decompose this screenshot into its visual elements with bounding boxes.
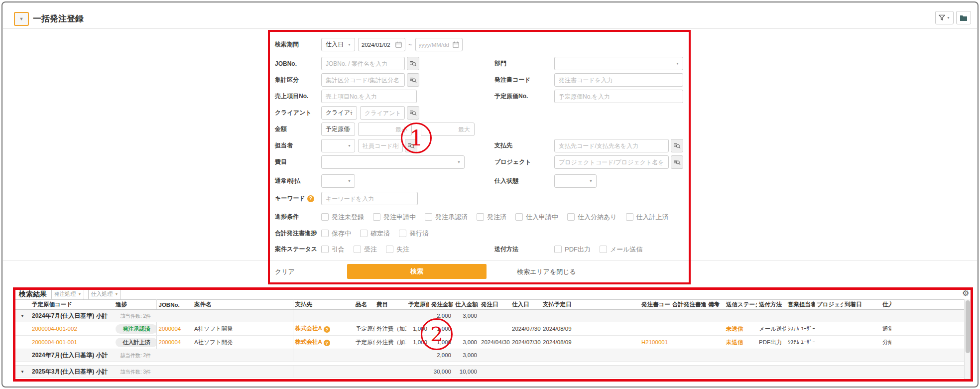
checkbox-order-unregistered[interactable]: 発注未登録 — [321, 213, 364, 222]
payee-cell[interactable]: 株式会社A? — [293, 336, 354, 349]
checkbox-order-approved[interactable]: 発注承認済 — [425, 213, 468, 222]
estimate-no-input[interactable] — [554, 90, 683, 103]
search-button[interactable]: 検索 — [347, 264, 487, 279]
col-send-status[interactable]: 送信ステータス — [724, 300, 757, 310]
checkbox-inquiry[interactable]: 引合 — [321, 245, 345, 254]
sales-item-input[interactable] — [321, 90, 417, 103]
col-project[interactable]: プロジェクト — [815, 300, 843, 310]
help-icon[interactable]: ? — [307, 195, 314, 202]
purchase-state-select[interactable]: ▼ — [554, 174, 597, 188]
col-jobno[interactable]: JOBNo. — [156, 300, 192, 310]
col-po-code[interactable]: 発注書コード — [639, 300, 670, 310]
checkbox-pdf-output[interactable]: PDF出力 — [554, 245, 591, 254]
project-input[interactable] — [554, 155, 669, 169]
vertical-scrollbar[interactable] — [964, 299, 971, 381]
checkbox-order-requested[interactable]: 発注申請中 — [373, 213, 416, 222]
aggregate-input[interactable] — [321, 73, 405, 87]
date-from-input[interactable] — [362, 42, 393, 48]
col-purchase-amount[interactable]: 仕入金額 — [453, 300, 479, 310]
checkbox-purchase-recorded[interactable]: 仕入計上済 — [626, 213, 669, 222]
checkbox-won[interactable]: 受注 — [354, 245, 377, 254]
col-purchase-date[interactable]: 仕入日 — [510, 300, 541, 310]
date-to-input[interactable] — [419, 42, 451, 48]
col-total-po-progress[interactable]: 合計発注書進捗 — [670, 300, 706, 310]
date-to-field[interactable] — [415, 38, 463, 51]
col-case-name[interactable]: 案件名 — [192, 300, 293, 310]
estimate-code-link[interactable]: 2000004-001-001 — [30, 336, 114, 349]
checkbox-issued[interactable]: 発行済 — [399, 229, 429, 238]
col-estimate[interactable]: 予定原価 — [406, 300, 429, 310]
keyword-input[interactable] — [321, 192, 418, 205]
gear-icon[interactable]: ⚙ — [962, 288, 969, 298]
checkbox-purchase-requested[interactable]: 仕入申請中 — [515, 213, 558, 222]
group-label: 2024年7月(仕入日基準) 小計 — [32, 352, 108, 359]
group-order-total: 2,000 — [429, 310, 453, 322]
client-input[interactable] — [360, 106, 405, 120]
list-search-icon — [673, 159, 681, 166]
order-amount-cell: 1,000 — [429, 322, 453, 336]
col-payee[interactable]: 支払先 — [293, 300, 354, 310]
date-from-field[interactable] — [358, 38, 405, 51]
period-type-select[interactable]: 仕入日▼ — [321, 38, 355, 51]
help-icon[interactable]: ? — [324, 340, 330, 346]
col-expense[interactable]: 費目 — [374, 300, 406, 310]
project-lookup-button[interactable] — [671, 155, 683, 169]
col-payment-date[interactable]: 支払予定日 — [541, 300, 639, 310]
collapse-group-icon[interactable]: ▼ — [15, 310, 30, 322]
staff-input[interactable] — [358, 139, 403, 152]
po-code-input[interactable] — [554, 73, 683, 87]
calendar-icon[interactable] — [453, 41, 459, 48]
filter-button[interactable]: ▼ — [935, 11, 954, 24]
col-order-date[interactable]: 発注日 — [479, 300, 510, 310]
checkbox-purchase-partial[interactable]: 仕入分納あり — [567, 213, 617, 222]
jobno-link[interactable]: 2000004 — [156, 322, 192, 336]
amount-max-input[interactable] — [421, 123, 475, 136]
amount-type-select[interactable]: 予定原価▼ — [321, 123, 355, 136]
jobno-lookup-button[interactable] — [407, 57, 419, 70]
collapse-header-button[interactable]: ▼ — [14, 12, 29, 26]
order-process-button[interactable]: 発注処理▼ — [51, 288, 84, 300]
chevron-down-icon: ▼ — [676, 62, 679, 65]
item-cell: 予定原価 — [354, 322, 374, 336]
checkbox-saved[interactable]: 保存中 — [321, 229, 351, 238]
estimate-code-link[interactable]: 2000004-001-002 — [30, 322, 114, 336]
po-code-cell[interactable]: H2100001 — [639, 336, 670, 349]
expense-select[interactable]: ▼ — [321, 155, 465, 169]
col-item[interactable]: 品名 — [354, 300, 374, 310]
calendar-icon[interactable] — [395, 41, 402, 48]
checkbox-confirmed[interactable]: 確定済 — [360, 229, 390, 238]
staff-type-select[interactable]: ▼ — [321, 139, 355, 152]
col-purchase-category[interactable]: 仕入 — [880, 300, 891, 310]
checkbox-ordered[interactable]: 発注済 — [477, 213, 506, 222]
collapse-group-icon[interactable]: ▼ — [15, 366, 30, 378]
payee-input[interactable] — [554, 139, 669, 152]
normal-special-select[interactable]: ▼ — [321, 174, 355, 188]
staff-lookup-button[interactable] — [405, 139, 417, 152]
checkbox-mail-send[interactable]: メール送信 — [600, 245, 643, 254]
payee-cell[interactable]: 株式会社A? — [293, 322, 354, 336]
jobno-input[interactable] — [321, 57, 405, 70]
col-progress[interactable]: 進捗 — [114, 300, 156, 310]
col-sales-rep[interactable]: 営業担当者 — [786, 300, 815, 310]
amount-min-input[interactable] — [358, 123, 412, 136]
col-send-method[interactable]: 送付方法 — [757, 300, 786, 310]
client-type-select[interactable]: クライアント▼ — [321, 106, 357, 120]
aggregate-lookup-button[interactable] — [407, 73, 419, 87]
col-order-amount[interactable]: 発注金額 — [429, 300, 453, 310]
checkbox-icon — [321, 230, 329, 237]
jobno-link[interactable]: 2000004 — [156, 336, 192, 349]
checkbox-lost[interactable]: 失注 — [386, 245, 409, 254]
close-search-area-button[interactable]: 検索エリアを閉じる — [517, 267, 576, 276]
purchase-process-button[interactable]: 仕入処理▼ — [88, 288, 121, 300]
folder-button[interactable] — [956, 11, 971, 24]
payee-lookup-button[interactable] — [671, 139, 683, 152]
scrollbar-thumb[interactable] — [966, 300, 970, 353]
payee-label: 支払先 — [494, 141, 554, 150]
clear-button[interactable]: クリア — [275, 267, 295, 276]
department-select[interactable]: ▼ — [554, 57, 683, 70]
col-arrival-date[interactable]: 到着日 — [843, 300, 880, 310]
help-icon[interactable]: ? — [324, 326, 330, 333]
client-lookup-button[interactable] — [407, 106, 419, 120]
col-remarks[interactable]: 備考 — [706, 300, 724, 310]
col-estimate-code[interactable]: 予定原価コード — [30, 300, 114, 310]
